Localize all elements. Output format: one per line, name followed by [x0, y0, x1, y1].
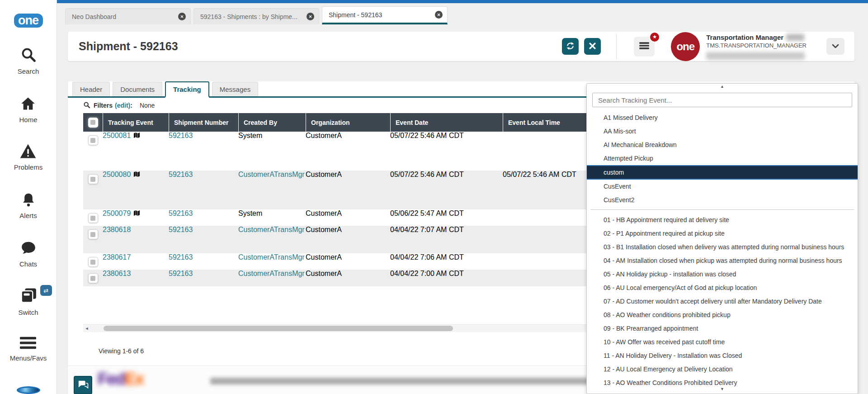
sidebar-item-label: Home	[19, 116, 37, 123]
shipment-link[interactable]: 592163	[169, 209, 193, 217]
close-icon[interactable]: ✕	[178, 13, 186, 20]
carrier-logo-blurred: FedEx	[98, 370, 143, 389]
tab-documents[interactable]: Documents	[113, 82, 162, 96]
row-checkbox[interactable]	[88, 135, 98, 145]
sidebar-item-alerts[interactable]: Alerts	[19, 192, 37, 219]
switch-icon	[19, 287, 38, 306]
dropdown-option[interactable]: 10 - AW Offer was received past cutoff t…	[587, 335, 858, 349]
event-date: 05/07/22 5:46 AM CDT	[390, 132, 503, 171]
user-org-logo[interactable]: one	[671, 32, 700, 61]
user-dropdown-button[interactable]	[826, 38, 844, 55]
col-created-by[interactable]: Created By	[238, 113, 306, 132]
row-checkbox[interactable]	[88, 257, 98, 267]
tracking-event-link[interactable]: 2380618	[103, 226, 131, 233]
close-icon[interactable]: ✕	[307, 13, 314, 20]
dropdown-option[interactable]: A1 Missed Delivery	[587, 111, 858, 124]
shipment-link[interactable]: 592163	[169, 226, 193, 233]
dropdown-option[interactable]: 07 - AD Customer wouldn't accept deliver…	[587, 294, 858, 308]
scroll-up-icon[interactable]: ▲	[587, 84, 858, 90]
sidebar-item-problems[interactable]: Problems	[14, 143, 42, 171]
created-by-link[interactable]: CustomerATransMgr	[238, 226, 305, 233]
filters-colon: :	[130, 102, 132, 109]
tab-shipments-list[interactable]: 592163 - Shipments : by Shipme... ✕	[193, 8, 319, 24]
tracking-event-link[interactable]: 2500079	[103, 209, 131, 218]
user-info: Transportation Manager TMS.TRANSPORTATIO…	[706, 33, 807, 60]
dropdown-option[interactable]: CusEvent2	[587, 193, 858, 207]
filters-edit-link[interactable]: (edit)	[115, 102, 130, 109]
dropdown-option[interactable]: Attempted Pickup	[587, 152, 858, 165]
tracking-event-link[interactable]: 2380613	[103, 270, 131, 277]
event-date: 04/04/22 7:06 AM CDT	[390, 253, 503, 270]
tracking-event-link[interactable]: 2500080	[103, 171, 131, 179]
tab-label: Shipment - 592163	[329, 11, 382, 19]
dropdown-option-selected[interactable]: custom	[587, 165, 858, 180]
chat-bubble-icon	[21, 241, 36, 257]
shipment-link[interactable]: 592163	[169, 253, 193, 261]
chat-button[interactable]	[74, 376, 92, 394]
row-checkbox[interactable]	[88, 229, 98, 239]
chevron-down-icon	[832, 43, 839, 50]
switch-badge-icon[interactable]: ⇄	[40, 285, 52, 296]
dropdown-option[interactable]: 06 - AU Local emergency/Act of God at pi…	[587, 281, 858, 294]
scroll-left-icon[interactable]: ◄	[83, 326, 90, 331]
col-tracking-event[interactable]: Tracking Event	[103, 113, 169, 132]
close-icon	[589, 43, 596, 51]
close-icon[interactable]: ✕	[435, 11, 443, 19]
map-icon[interactable]	[133, 209, 140, 218]
tracking-event-link[interactable]: 2500081	[103, 132, 131, 140]
one-logo[interactable]: one	[14, 14, 43, 28]
dropdown-option[interactable]: CusEvent	[587, 180, 858, 193]
scrollbar-thumb[interactable]	[104, 326, 453, 331]
dropdown-option[interactable]: AA Mis-sort	[587, 124, 858, 138]
scroll-down-icon[interactable]: ▼	[587, 386, 858, 392]
col-shipment-number[interactable]: Shipment Number	[169, 113, 238, 132]
sidebar-item-menus-favs[interactable]: Menus/Favs	[10, 336, 47, 362]
dropdown-option[interactable]: 05 - AN Holiday pickup - installation wa…	[587, 267, 858, 281]
dropdown-option[interactable]: 08 - AO Weather conditions prohibited pi…	[587, 308, 858, 322]
dropdown-option[interactable]: 03 - B1 Installation closed when deliver…	[587, 240, 858, 254]
tracking-event-search-input[interactable]	[592, 93, 852, 107]
dropdown-option[interactable]: 12 - AU Local Emergency at Delivery Loca…	[587, 362, 858, 376]
created-by-link[interactable]: CustomerATransMgr	[238, 253, 305, 261]
row-checkbox[interactable]	[88, 273, 98, 283]
tab-messages[interactable]: Messages	[212, 82, 258, 96]
tab-shipment-592163[interactable]: Shipment - 592163 ✕	[322, 6, 448, 24]
tracking-event-link[interactable]: 2380617	[103, 253, 131, 261]
sidebar-item-switch[interactable]: ⇄ Switch	[18, 287, 38, 316]
refresh-button[interactable]	[562, 38, 579, 55]
shipment-link[interactable]: 592163	[169, 132, 193, 139]
shipment-link[interactable]: 592163	[169, 270, 193, 277]
col-organization[interactable]: Organization	[306, 113, 390, 132]
event-date: 04/04/22 7:07 AM CDT	[390, 226, 503, 253]
refresh-icon	[566, 41, 575, 52]
close-button[interactable]	[584, 38, 601, 55]
hamburger-icon	[19, 336, 37, 351]
dropdown-option[interactable]: 04 - AM Installation closed when pickup …	[587, 254, 858, 267]
sidebar-item-home[interactable]: Home	[19, 96, 37, 123]
map-icon[interactable]	[133, 132, 140, 140]
user-menu-button[interactable]: ★	[634, 37, 655, 57]
shipment-link[interactable]: 592163	[169, 171, 193, 178]
avatar[interactable]	[17, 386, 40, 394]
chat-bubbles-icon	[78, 380, 89, 391]
created-by-link[interactable]: CustomerATransMgr	[238, 171, 305, 178]
row-checkbox[interactable]	[88, 213, 98, 223]
map-icon[interactable]	[133, 171, 140, 179]
sidebar-item-chats[interactable]: Chats	[19, 241, 37, 268]
tab-neo-dashboard[interactable]: Neo Dashboard ✕	[65, 8, 191, 24]
dropdown-option[interactable]: AI Mechanical Breakdown	[587, 138, 858, 152]
tab-header[interactable]: Header	[72, 82, 110, 96]
created-by-link[interactable]: CustomerATransMgr	[238, 270, 305, 277]
select-all-checkbox[interactable]	[88, 118, 98, 128]
dropdown-option[interactable]: 02 - P1 Appointment required at pickup s…	[587, 227, 858, 240]
sidebar-item-search[interactable]: Search	[18, 47, 39, 75]
star-badge-icon: ★	[649, 32, 660, 43]
dropdown-option[interactable]: 09 - BK Prearranged appointment	[587, 322, 858, 335]
event-date: 04/04/22 7:00 AM CDT	[390, 270, 503, 286]
dropdown-option[interactable]: 11 - AN Holiday Delivery - Installation …	[587, 349, 858, 362]
row-checkbox[interactable]	[88, 174, 98, 184]
col-event-date[interactable]: Event Date	[390, 113, 503, 132]
tab-label: 592163 - Shipments : by Shipme...	[200, 13, 297, 20]
dropdown-option[interactable]: 01 - HB Appointment required at delivery…	[587, 213, 858, 227]
tab-tracking[interactable]: Tracking	[165, 81, 209, 98]
